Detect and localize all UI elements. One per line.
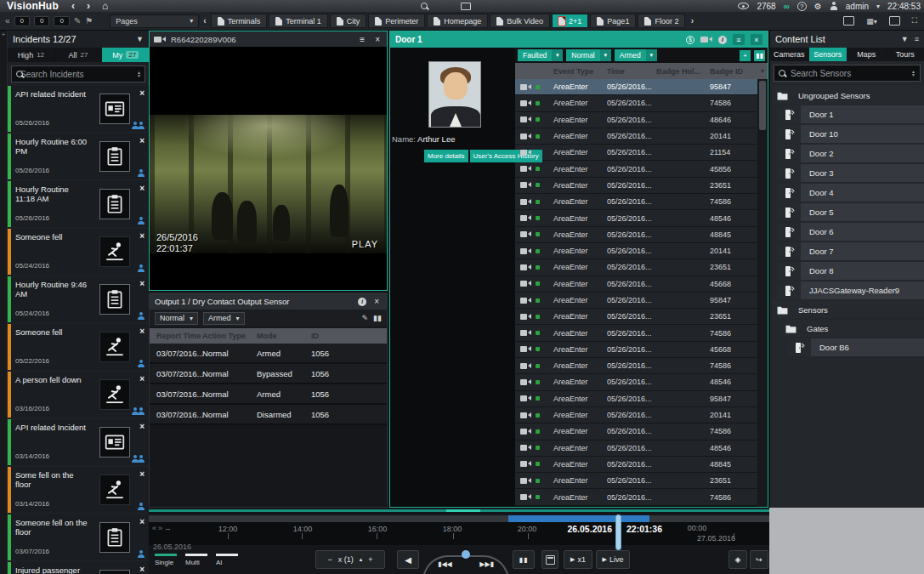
table-row[interactable]: AreaEnter 05/26/2016... 48546 [515,374,757,390]
list-item[interactable]: Door 7 [777,242,924,260]
camera-icon[interactable] [520,247,531,254]
play-reverse-button[interactable]: ◀ [397,550,419,569]
list-item[interactable]: Door 6 [777,223,924,241]
incident-card[interactable]: Hourly Routine 9:46 AM 05/24/2016 × [8,276,149,322]
table-row[interactable]: AreaEnter 05/26/2016... 95847 [515,79,757,95]
table-row[interactable]: AreaEnter 05/26/2016... 48646 [515,112,757,128]
fault-state-dropdown[interactable]: Faulted ▾ [518,49,563,61]
table-row[interactable]: AreaEnter 05/26/2016... 45668 [515,342,757,358]
list-item[interactable]: JJACSGateway-Reader9 [777,281,924,299]
table-row[interactable]: AreaEnter 05/26/2016... 23651 [515,259,757,276]
filter-icon[interactable]: ▼ [136,35,144,43]
layout-grid-icon[interactable]: ▦▾ [866,17,877,26]
info-icon[interactable]: i [358,298,366,306]
camera-icon[interactable] [520,313,531,320]
page-tab[interactable]: Bulk Video [490,14,550,28]
table-row[interactable]: AreaEnter 05/26/2016... 23651 [515,178,757,194]
incidents-search-input[interactable] [20,70,133,79]
menu-icon[interactable]: ≡ [733,34,745,45]
list-item[interactable]: Door 4 [777,184,924,202]
page-tab[interactable]: City [330,14,367,28]
content-tab[interactable]: Cameras [770,48,808,61]
incident-card[interactable]: API related Incident 05/26/2016 × [8,86,149,132]
camera-icon[interactable] [520,166,531,173]
calendar-button[interactable] [541,550,558,569]
fullscreen-icon[interactable]: ⛶ [912,16,917,26]
table-row[interactable]: AreaEnter 05/26/2016... 21154 [515,145,757,161]
table-row[interactable]: AreaEnter 05/26/2016... 48845 [515,227,757,243]
page-tab[interactable]: Terminal 1 [269,14,328,28]
monitor-icon[interactable] [461,3,471,10]
list-item[interactable]: Door 8 [777,262,924,280]
link-icon[interactable]: ∞ [784,2,790,11]
camera-icon[interactable] [520,99,531,106]
table-row[interactable]: 03/07/2016... Normal Armed 1056 [150,344,387,364]
arm-state-dropdown[interactable]: Armed ▾ [615,49,657,61]
incidents-tab[interactable]: High 12 [8,48,54,62]
close-icon[interactable]: × [751,34,762,45]
camera-icon[interactable] [520,215,531,222]
video-feed[interactable]: 26/5/2016 22:01:37 PLAY [150,47,387,290]
incident-card[interactable]: Someone fell 05/24/2016 × [8,229,149,275]
list-item[interactable]: Gates [780,320,924,337]
camera-icon[interactable] [520,395,531,402]
close-icon[interactable]: × [139,88,145,98]
close-icon[interactable]: × [371,297,382,306]
speed-x1-button[interactable]: ▶ x1 [564,550,592,569]
timeline-ruler[interactable]: «»↔ 12:0014:0016:0018:0020:00 26.05.2016… [149,522,769,545]
camera-icon[interactable] [520,198,531,205]
camera-icon[interactable] [520,83,531,90]
speed-up-icon[interactable]: ▴ [360,556,363,563]
list-item[interactable]: Ungrouped Sensors [772,87,924,104]
camera-icon[interactable] [520,346,531,353]
list-item[interactable]: Door 10 [777,125,924,143]
pen-icon[interactable]: ✎ [74,16,81,26]
close-icon[interactable]: × [139,136,145,145]
list-item[interactable]: Door 2 [777,145,924,162]
export-button[interactable]: ↪ [750,550,768,569]
home-icon[interactable]: ⌂ [96,1,114,11]
table-row[interactable]: AreaEnter 05/26/2016... 74586 [515,423,757,440]
camera-icon[interactable] [520,362,531,369]
speed-control[interactable]: − x (1) ▴ + [315,550,385,569]
sort-spinner-icon[interactable]: ▲▼ [911,70,915,77]
close-icon[interactable]: × [139,279,145,288]
content-tab[interactable]: Maps [847,48,886,61]
incident-card[interactable]: Someone fell 05/22/2016 × [8,324,149,370]
timeline-mode-toggle[interactable]: Single [155,554,177,566]
table-row[interactable]: AreaEnter 05/26/2016... 45668 [515,276,757,293]
incident-card[interactable]: API related Incident 03/14/2016 × [8,419,149,465]
close-icon[interactable]: × [139,327,145,336]
help-icon[interactable]: ? [797,2,807,11]
list-item[interactable]: Door 1 [777,105,924,123]
close-icon[interactable]: × [372,35,383,44]
incident-card[interactable]: Someone fell on the floor 03/07/2016 × [8,514,149,560]
page-tab[interactable]: Page1 [590,14,636,28]
table-row[interactable]: AreaEnter 05/26/2016... 48546 [515,440,757,457]
table-row[interactable]: AreaEnter 05/26/2016... 48546 [515,210,757,226]
forward-icon[interactable]: › [81,1,96,11]
coin-icon[interactable]: $ [686,36,694,44]
table-row[interactable]: AreaEnter 05/26/2016... 45856 [515,161,757,177]
gear-icon[interactable]: ⚙ [814,2,822,11]
camera-icon[interactable] [520,182,531,189]
camera-icon[interactable] [520,330,531,337]
incidents-tab[interactable]: My 27 [102,48,149,62]
camera-icon[interactable] [520,133,531,139]
camera-icon[interactable] [520,117,531,123]
filter-icon[interactable]: ▼ [757,63,768,79]
close-icon[interactable]: × [139,469,145,479]
step-back-icon[interactable]: ▮◀◀ [438,560,452,568]
close-icon[interactable]: × [139,422,145,431]
table-row[interactable]: AreaEnter 05/26/2016... 74586 [515,358,757,374]
camera-icon[interactable] [520,264,531,270]
close-icon[interactable]: × [139,374,145,384]
pause-button[interactable]: ▮▮ [513,550,535,569]
timeline-mode-toggle[interactable]: Multi [185,554,207,566]
tabs-scroll-left[interactable]: ‹ [199,16,210,26]
timeline-progress[interactable] [149,509,769,512]
camera-icon[interactable] [700,36,712,43]
table-row[interactable]: AreaEnter 05/26/2016... 74586 [515,95,757,111]
search-icon[interactable] [421,3,428,10]
marker-button[interactable]: ◈ [728,550,747,569]
